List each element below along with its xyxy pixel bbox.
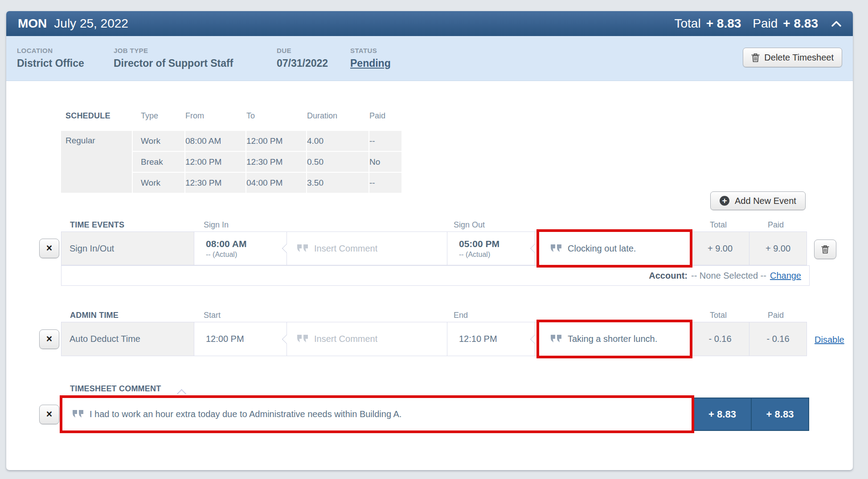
header-total-label: Total <box>675 16 701 31</box>
account-value: -- None Selected -- <box>691 271 766 281</box>
job-type-value: Director of Support Staff <box>114 57 233 69</box>
sign-out-actual: -- (Actual) <box>459 251 490 259</box>
day-totals: + 8.83 + 8.83 <box>693 398 809 431</box>
field-due: DUE 07/31/2022 <box>277 47 328 69</box>
timesheet-comment-text: I had to work an hour extra today due to… <box>90 409 401 419</box>
quote-icon <box>550 244 562 253</box>
schedule-cell: 12:30 PM <box>246 152 306 172</box>
admin-time-row: Auto Deduct Time 12:00 PM Insert Comment… <box>61 322 807 356</box>
end-comment-field-highlighted[interactable]: Taking a shorter lunch. <box>535 322 691 356</box>
sign-in-comment-field[interactable]: Insert Comment <box>287 231 447 265</box>
delete-timesheet-button[interactable]: Delete Timesheet <box>743 48 842 67</box>
schedule-col-type: Type <box>133 110 184 123</box>
schedule-cell: -- <box>369 131 401 151</box>
schedule-cell: 08:00 AM <box>185 131 246 151</box>
quote-icon <box>297 334 309 344</box>
time-event-paid: + 9.00 <box>749 231 807 265</box>
time-event-row: Sign In/Out 08:00 AM -- (Actual) Insert … <box>61 231 807 265</box>
day-total-value: + 8.83 <box>693 398 752 431</box>
end-time: 12:10 PM <box>459 334 497 344</box>
start-time: 12:00 PM <box>206 334 244 344</box>
remove-admin-time-button[interactable]: × <box>39 329 59 349</box>
schedule-row-label: Regular <box>61 131 132 193</box>
remove-time-event-button[interactable]: × <box>39 239 59 258</box>
schedule-cell: No <box>369 152 401 172</box>
timesheet-comment-field-highlighted[interactable]: I had to work an hour extra today due to… <box>61 398 693 431</box>
sign-in-time-cell[interactable]: 08:00 AM -- (Actual) <box>194 231 287 265</box>
day-header-totals: Total + 8.83 Paid + 8.83 <box>675 16 841 31</box>
account-label: Account: <box>649 271 688 281</box>
schedule-col-from: From <box>185 110 246 123</box>
sign-in-column-label: Sign In <box>204 220 229 230</box>
due-label: DUE <box>277 47 328 54</box>
timesheet-comment-section-label: TIMESHEET COMMENT <box>70 384 161 394</box>
day-header-bar: MON July 25, 2022 Total + 8.83 Paid + 8.… <box>6 11 853 36</box>
field-status: STATUS Pending <box>350 47 391 69</box>
schedule-col-to: To <box>246 110 306 123</box>
timesheet-day-card: MON July 25, 2022 Total + 8.83 Paid + 8.… <box>6 11 853 470</box>
disable-link[interactable]: Disable <box>815 335 844 345</box>
sign-out-time-cell[interactable]: 05:00 PM -- (Actual) <box>447 231 535 265</box>
quote-icon <box>297 244 309 253</box>
field-job-type: JOB TYPE Director of Support Staff <box>114 47 233 69</box>
add-new-event-button[interactable]: + Add New Event <box>710 191 806 210</box>
remove-timesheet-comment-button[interactable]: × <box>39 405 59 424</box>
schedule-cell: 12:30 PM <box>185 173 246 193</box>
location-label: LOCATION <box>17 47 84 54</box>
end-column-label: End <box>454 311 468 320</box>
schedule-cell: 4.00 <box>307 131 368 151</box>
timesheet-info-bar: LOCATION District Office JOB TYPE Direct… <box>6 36 853 81</box>
total-column-label: Total <box>710 220 727 230</box>
trash-icon <box>821 245 829 254</box>
schedule-cell: 12:00 PM <box>185 152 246 172</box>
start-comment-field[interactable]: Insert Comment <box>287 322 447 356</box>
schedule-section-label: SCHEDULE <box>61 110 132 123</box>
schedule-cell: 04:00 PM <box>246 173 306 193</box>
start-column-label: Start <box>204 311 221 320</box>
start-comment-placeholder: Insert Comment <box>314 334 377 344</box>
sign-in-time: 08:00 AM <box>206 239 246 249</box>
header-paid-value: + 8.83 <box>783 16 818 31</box>
sign-out-comment-field-highlighted[interactable]: Clocking out late. <box>535 231 691 265</box>
location-value: District Office <box>17 57 84 69</box>
delete-time-event-button[interactable] <box>814 240 836 259</box>
day-paid-value: + 8.83 <box>751 398 809 431</box>
sign-in-comment-placeholder: Insert Comment <box>314 244 377 254</box>
due-value: 07/31/2022 <box>277 57 328 69</box>
admin-time-labels: ADMIN TIME Start End Total Paid <box>6 311 853 321</box>
day-abbreviation: MON <box>18 16 47 31</box>
schedule-col-duration: Duration <box>307 110 368 123</box>
field-location: LOCATION District Office <box>17 47 84 69</box>
trash-icon <box>751 53 760 62</box>
account-change-link[interactable]: Change <box>770 271 801 281</box>
paid-column-label: Paid <box>768 220 784 230</box>
sign-in-actual: -- (Actual) <box>206 251 237 259</box>
schedule-col-paid: Paid <box>369 110 401 123</box>
admin-time-total: - 0.16 <box>691 322 749 356</box>
account-row: Account: -- None Selected -- Change <box>61 265 810 286</box>
admin-time-section-label: ADMIN TIME <box>70 311 119 320</box>
schedule-cell: Break <box>133 152 184 172</box>
schedule-cell: Work <box>133 173 184 193</box>
total-column-label: Total <box>710 311 727 320</box>
end-time-cell[interactable]: 12:10 PM <box>447 322 535 356</box>
delete-timesheet-label: Delete Timesheet <box>764 53 834 63</box>
admin-time-paid: - 0.16 <box>749 322 807 356</box>
chevron-up-icon <box>831 21 841 27</box>
sign-out-comment-text: Clocking out late. <box>568 244 636 254</box>
add-new-event-label: Add New Event <box>735 196 796 206</box>
schedule-table: SCHEDULE Type From To Duration Paid Regu… <box>61 110 401 193</box>
header-total-value: + 8.83 <box>706 16 741 31</box>
sign-out-time: 05:00 PM <box>459 239 500 249</box>
plus-icon: + <box>720 196 729 206</box>
quote-icon <box>550 334 562 344</box>
schedule-cell: Work <box>133 131 184 151</box>
start-time-cell[interactable]: 12:00 PM <box>194 322 287 356</box>
end-comment-text: Taking a shorter lunch. <box>568 334 657 344</box>
schedule-cell: 0.50 <box>307 152 368 172</box>
status-value-link[interactable]: Pending <box>350 57 391 69</box>
time-event-name: Sign In/Out <box>61 231 194 265</box>
schedule-cell: 12:00 PM <box>246 131 306 151</box>
sign-out-column-label: Sign Out <box>454 220 485 230</box>
collapse-day-button[interactable] <box>831 21 841 27</box>
